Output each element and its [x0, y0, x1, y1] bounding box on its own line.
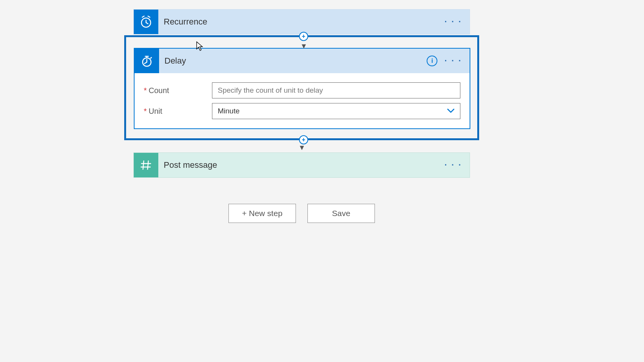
count-input-wrapper[interactable] — [212, 82, 460, 98]
step-postmessage[interactable]: Post message · · · — [133, 152, 470, 178]
step-delay-title: Delay — [159, 56, 427, 66]
delay-more-icon[interactable]: · · · — [444, 57, 462, 65]
required-marker: * — [144, 107, 147, 116]
unit-label-text: Unit — [149, 107, 163, 116]
add-step-between-top[interactable]: + — [299, 32, 308, 41]
field-row-count: * Count — [144, 82, 460, 98]
step-delay[interactable]: Delay i · · · * Count — [134, 48, 470, 129]
unit-selected-value: Minute — [218, 107, 240, 115]
step-delay-body: * Count * Unit Minute — [135, 73, 470, 128]
unit-label: * Unit — [144, 107, 212, 116]
step-postmessage-header[interactable]: Post message · · · — [134, 153, 470, 177]
chevron-down-icon — [447, 108, 455, 115]
delay-stopwatch-icon — [135, 49, 159, 73]
count-input[interactable] — [218, 86, 455, 95]
action-buttons: + New step Save — [133, 204, 470, 223]
highlight-frame: + ▾ Delay i · · · — [124, 35, 479, 140]
unit-select[interactable]: Minute — [212, 103, 460, 119]
save-button[interactable]: Save — [307, 204, 375, 223]
postmessage-more-icon[interactable]: · · · — [444, 161, 462, 169]
step-recurrence[interactable]: Recurrence · · · — [133, 9, 470, 34]
recurrence-more-icon[interactable]: · · · — [444, 18, 462, 26]
new-step-button[interactable]: + New step — [228, 204, 296, 223]
recurrence-clock-icon — [134, 10, 158, 34]
count-label-text: Count — [149, 86, 169, 95]
arrow-down-icon: ▾ — [300, 143, 304, 152]
step-recurrence-header[interactable]: Recurrence · · · — [134, 10, 470, 34]
field-row-unit: * Unit Minute — [144, 103, 460, 119]
count-label: * Count — [144, 86, 212, 95]
required-marker: * — [144, 86, 147, 95]
connector-top: + ▾ — [135, 32, 472, 50]
step-delay-header[interactable]: Delay i · · · — [135, 49, 470, 73]
flow-canvas: Recurrence · · · + ▾ — [133, 9, 478, 223]
step-postmessage-title: Post message — [158, 160, 444, 170]
slack-hash-icon — [134, 153, 158, 177]
connector-to-post: ▾ — [133, 143, 470, 152]
step-recurrence-title: Recurrence — [158, 17, 444, 27]
info-icon[interactable]: i — [427, 56, 437, 66]
